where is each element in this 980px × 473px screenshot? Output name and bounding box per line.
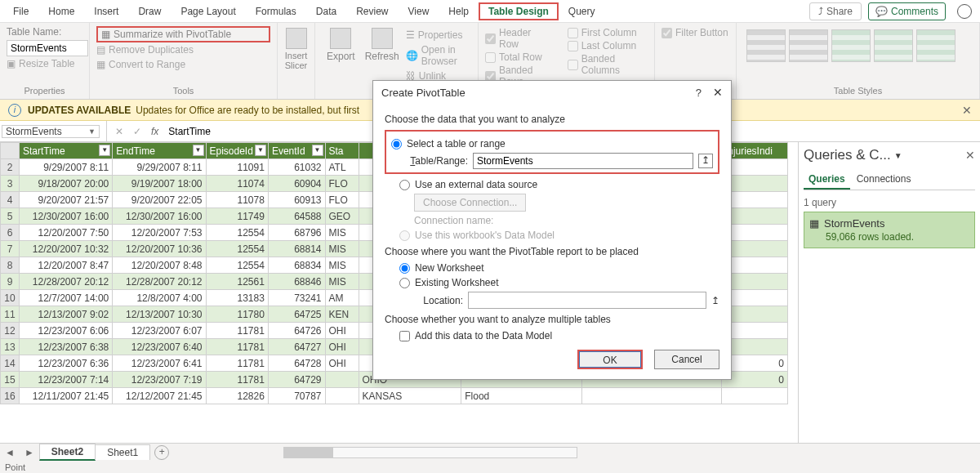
filter-dropdown-icon[interactable]: ▼ <box>99 145 110 156</box>
tab-view[interactable]: View <box>399 2 439 20</box>
add-sheet-button[interactable]: + <box>154 445 169 460</box>
share-button[interactable]: ⤴Share <box>809 2 862 20</box>
location-picker-button[interactable]: ↥ <box>711 295 719 306</box>
tab-file[interactable]: File <box>3 2 38 20</box>
comment-icon: 💬 <box>875 6 888 17</box>
filter-button-check[interactable] <box>662 28 672 38</box>
first-col-check[interactable] <box>568 28 578 38</box>
table-styles-gallery[interactable] <box>743 26 973 65</box>
new-worksheet-radio[interactable] <box>399 263 410 274</box>
tab-page-layout[interactable]: Page Layout <box>171 2 245 20</box>
add-data-model-check[interactable] <box>399 331 410 341</box>
group-label-properties: Properties <box>7 86 82 96</box>
pivot-icon: ▦ <box>101 29 110 40</box>
tab-draw[interactable]: Draw <box>128 2 171 20</box>
style-thumb[interactable] <box>831 29 871 62</box>
ext-properties-button[interactable]: ☰Properties <box>406 28 470 42</box>
banded-cols-check[interactable] <box>568 60 578 70</box>
choose-data-label: Choose the data that you want to analyze <box>385 114 719 125</box>
tab-help[interactable]: Help <box>439 2 479 20</box>
chevron-down-icon[interactable]: ▼ <box>894 151 902 160</box>
choose-place-label: Choose where you want the PivotTable rep… <box>385 246 719 257</box>
feedback-smiley-icon[interactable] <box>957 4 972 19</box>
insert-slicer-button[interactable]: Insert Slicer <box>280 26 313 72</box>
convert-range-button[interactable]: ▦Convert to Range <box>96 57 270 72</box>
dialog-title: Create PivotTable <box>381 87 466 99</box>
tab-home[interactable]: Home <box>38 2 84 20</box>
ok-button[interactable]: OK <box>577 350 643 369</box>
connection-name-label: Connection name: <box>414 215 719 226</box>
table-range-label: Table/Range: <box>406 155 468 167</box>
style-thumb[interactable] <box>874 29 913 62</box>
tab-formulas[interactable]: Formulas <box>246 2 306 20</box>
comments-button[interactable]: 💬Comments <box>868 2 946 20</box>
summarize-pivottable-button[interactable]: ▦Summarize with PivotTable <box>96 26 270 42</box>
style-thumb[interactable] <box>916 29 956 62</box>
query-item[interactable]: ▦StormEvents 59,066 rows loaded. <box>804 212 975 248</box>
name-box[interactable]: StormEvents▼ <box>2 125 100 138</box>
share-icon: ⤴ <box>818 6 823 17</box>
style-thumb[interactable] <box>746 29 786 62</box>
sheet-nav-next[interactable]: ► <box>20 447 39 458</box>
range-picker-button[interactable]: ↥ <box>698 154 713 168</box>
table-name-label: Table Name: <box>7 26 82 38</box>
table-range-input[interactable] <box>473 153 693 169</box>
enter-formula-button[interactable]: ✓ <box>128 126 146 137</box>
total-row-check[interactable] <box>485 52 496 63</box>
query-count: 1 query <box>804 197 975 208</box>
tab-query[interactable]: Query <box>559 2 605 20</box>
connections-tab[interactable]: Connections <box>852 170 916 190</box>
group-label-table-styles: Table Styles <box>743 86 973 96</box>
queries-tab[interactable]: Queries <box>804 170 850 190</box>
convert-icon: ▦ <box>96 59 105 70</box>
tab-data[interactable]: Data <box>306 2 346 20</box>
last-col-check[interactable] <box>568 41 578 51</box>
updates-close-button[interactable]: ✕ <box>962 104 972 117</box>
queries-title: Queries & C... <box>804 147 891 163</box>
select-range-radio[interactable] <box>391 139 402 149</box>
cancel-button[interactable]: Cancel <box>654 350 719 369</box>
tab-insert[interactable]: Insert <box>84 2 128 20</box>
export-button[interactable]: Export <box>322 26 360 85</box>
filter-dropdown-icon[interactable]: ▼ <box>312 145 323 156</box>
updates-title: UPDATES AVAILABLE <box>28 105 131 116</box>
col-header: EndTime▼ <box>113 143 206 159</box>
sheet-tabs-bar: ◄ ► Sheet2 Sheet1 + <box>0 443 980 461</box>
horizontal-scrollbar[interactable] <box>283 447 577 458</box>
use-data-model-radio <box>399 230 410 241</box>
sheet-tab-sheet2[interactable]: Sheet2 <box>39 444 96 461</box>
filter-dropdown-icon[interactable]: ▼ <box>193 145 204 156</box>
sheet-tab-sheet1[interactable]: Sheet1 <box>95 444 150 460</box>
refresh-button[interactable]: Refresh <box>360 26 404 85</box>
filter-dropdown-icon[interactable]: ▼ <box>255 145 266 156</box>
header-row-check[interactable] <box>485 33 496 44</box>
choose-connection-button: Choose Connection... <box>414 194 526 212</box>
remove-duplicates-button[interactable]: ▤Remove Duplicates <box>96 42 270 57</box>
cancel-formula-button[interactable]: ✕ <box>110 126 128 137</box>
close-pane-button[interactable]: ✕ <box>965 149 975 162</box>
props-icon: ☰ <box>406 29 415 41</box>
style-thumb[interactable] <box>789 29 828 62</box>
resize-table-button[interactable]: ▣Resize Table <box>7 56 82 71</box>
tab-review[interactable]: Review <box>346 2 398 20</box>
location-input[interactable] <box>468 292 706 309</box>
status-mode: Point <box>5 462 25 472</box>
open-browser-button[interactable]: 🌐Open in Browser <box>406 42 470 69</box>
ribbon-tab-strip: File Home Insert Draw Page Layout Formul… <box>0 0 980 23</box>
external-source-radio[interactable] <box>399 180 410 190</box>
dialog-help-button[interactable]: ? <box>696 87 702 99</box>
existing-worksheet-radio[interactable] <box>399 278 410 288</box>
sheet-nav-prev[interactable]: ◄ <box>0 447 20 458</box>
fx-icon[interactable]: fx <box>146 126 163 137</box>
group-label-tools: Tools <box>96 86 270 96</box>
refresh-icon <box>372 28 393 49</box>
tab-table-design[interactable]: Table Design <box>479 2 559 20</box>
table-row[interactable]: 16 12/11/2007 21:45 12/12/2007 21:45 128… <box>1 388 788 404</box>
chevron-down-icon[interactable]: ▼ <box>88 127 96 136</box>
browser-icon: 🌐 <box>406 50 418 61</box>
col-header: StartTime▼ <box>20 143 113 159</box>
dedup-icon: ▤ <box>96 44 105 56</box>
table-name-input[interactable] <box>7 40 88 56</box>
dialog-close-button[interactable]: ✕ <box>713 86 723 99</box>
updates-text: Updates for Office are ready to be insta… <box>136 105 359 116</box>
